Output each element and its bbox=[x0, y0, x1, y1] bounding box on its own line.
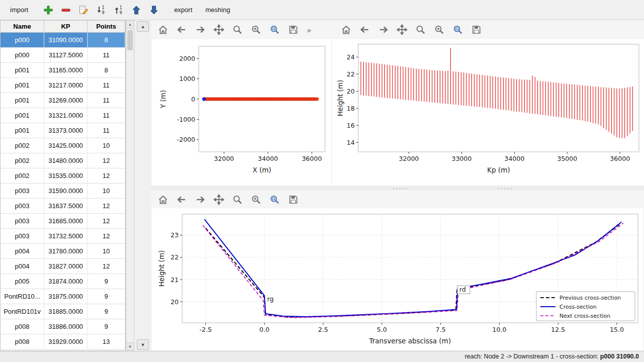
table-row[interactable]: p00531874.00009 bbox=[1, 274, 125, 289]
legend: Previous cross-sectionCross-sectionNext … bbox=[536, 292, 635, 321]
panel-scroll-up-button[interactable]: ▲ bbox=[137, 21, 149, 32]
zoom-button[interactable] bbox=[229, 22, 246, 37]
svg-text:21: 21 bbox=[171, 276, 179, 284]
forward-button[interactable] bbox=[192, 192, 208, 207]
table-row[interactable]: p00131321.000011 bbox=[1, 108, 125, 123]
export-button[interactable]: export bbox=[169, 4, 197, 16]
subplots-icon bbox=[434, 24, 445, 35]
pan-button[interactable] bbox=[211, 192, 227, 207]
cross-section-plot[interactable]: -2.50.02.55.07.510.012.515.0Transverse a… bbox=[152, 208, 643, 350]
remove-button[interactable] bbox=[58, 3, 74, 18]
back-button[interactable] bbox=[174, 192, 190, 207]
table-row[interactable]: p00231425.000010 bbox=[1, 138, 125, 153]
svg-text:23: 23 bbox=[171, 231, 179, 239]
app-toolbar: import 1919 export meshing bbox=[0, 0, 644, 20]
pan-button[interactable] bbox=[394, 22, 410, 37]
home-button[interactable] bbox=[155, 22, 171, 37]
zoom-button[interactable] bbox=[229, 192, 246, 207]
zoom-rect-button[interactable] bbox=[450, 22, 466, 37]
table-row[interactable]: PontRD101v31885.00009 bbox=[1, 304, 125, 319]
subplots-button[interactable] bbox=[248, 22, 264, 37]
subplots-button[interactable] bbox=[431, 22, 447, 37]
table-row[interactable]: p00331590.000010 bbox=[1, 184, 125, 199]
cell-kp: 31269.0000 bbox=[44, 93, 88, 108]
table-scrollbar[interactable]: ▲ ▼ bbox=[126, 20, 134, 351]
move-up-icon bbox=[131, 5, 142, 16]
column-header-points[interactable]: Points bbox=[88, 21, 125, 32]
add-button[interactable] bbox=[40, 3, 56, 18]
cell-points: 12 bbox=[88, 229, 125, 243]
cell-name: p008 bbox=[1, 319, 44, 334]
table-row[interactable]: p00331637.500012 bbox=[1, 199, 125, 214]
table-row[interactable]: p00431780.000010 bbox=[1, 244, 125, 259]
cell-name: p001 bbox=[1, 123, 44, 138]
home-button[interactable] bbox=[155, 192, 171, 207]
svg-text:1: 1 bbox=[102, 6, 105, 10]
cell-points: 9 bbox=[88, 304, 125, 319]
plots-area: » 320003400036000X (m)-2000-100001000200… bbox=[151, 20, 644, 351]
forward-button[interactable] bbox=[375, 22, 391, 37]
table-row[interactable]: p00331732.500012 bbox=[1, 229, 125, 244]
scroll-up-button[interactable]: ▲ bbox=[126, 21, 134, 29]
column-header-kp[interactable]: KP bbox=[44, 21, 88, 32]
table-row[interactable]: p00131217.000011 bbox=[1, 78, 125, 93]
svg-text:34000: 34000 bbox=[258, 155, 278, 162]
y-axis-label: Y (m) bbox=[159, 90, 167, 109]
table-row[interactable]: p00131373.000011 bbox=[1, 123, 125, 138]
table-row[interactable]: p00031127.500011 bbox=[1, 48, 125, 63]
save-button[interactable] bbox=[285, 22, 301, 37]
home-icon bbox=[157, 194, 169, 205]
save-button[interactable] bbox=[285, 192, 301, 207]
status-text: reach: Node 2 -> Downstream 1 - cross-se… bbox=[465, 353, 600, 360]
move-up-button[interactable] bbox=[128, 3, 144, 18]
plan-view-plot[interactable]: 320003400036000X (m)-2000-1000010002000Y… bbox=[152, 39, 331, 185]
zoom-icon bbox=[232, 194, 243, 205]
cell-name: p001 bbox=[1, 78, 44, 93]
cell-name: p008 bbox=[1, 334, 44, 349]
table-row[interactable]: p00131269.000011 bbox=[1, 93, 125, 108]
splitter-dots: ····· bbox=[497, 185, 513, 192]
pan-button[interactable] bbox=[211, 22, 227, 37]
column-header-name[interactable]: Name bbox=[1, 21, 44, 32]
zoom-rect-button[interactable] bbox=[267, 192, 283, 207]
table-row[interactable]: p00131165.00008 bbox=[1, 63, 125, 78]
zoom-button[interactable] bbox=[413, 22, 429, 37]
cell-kp: 31885.0000 bbox=[44, 304, 88, 319]
forward-button[interactable] bbox=[192, 22, 208, 37]
subplots-button[interactable] bbox=[248, 192, 264, 207]
meshing-button[interactable]: meshing bbox=[200, 4, 235, 16]
save-button[interactable] bbox=[468, 22, 485, 37]
move-down-button[interactable] bbox=[146, 3, 162, 18]
sort-desc-button[interactable]: 19 bbox=[111, 3, 127, 18]
splitter-handle[interactable]: ····· ····· bbox=[151, 186, 644, 190]
cell-name: p005 bbox=[1, 274, 44, 289]
table-row[interactable]: p00831886.00009 bbox=[1, 319, 125, 334]
import-button[interactable]: import bbox=[5, 4, 33, 16]
table-row[interactable]: p00231535.000012 bbox=[1, 168, 125, 184]
table-row[interactable]: PontRD10...31875.00009 bbox=[1, 289, 125, 304]
table-row[interactable]: p00231480.000012 bbox=[1, 153, 125, 168]
forward-icon bbox=[378, 24, 389, 35]
home-button[interactable] bbox=[338, 22, 354, 37]
cell-name: p001 bbox=[1, 93, 44, 108]
table-row[interactable]: p00431827.000012 bbox=[1, 259, 125, 274]
table-row[interactable]: p00031090.00008 bbox=[1, 33, 125, 48]
back-button[interactable] bbox=[174, 22, 190, 37]
move-down-icon bbox=[148, 5, 159, 16]
table-row[interactable]: p00831929.000013 bbox=[1, 334, 125, 349]
longitudinal-profile-plot[interactable]: 3200033000340003500036000Kp (m)141618202… bbox=[332, 39, 644, 185]
zoom-rect-button[interactable] bbox=[267, 22, 283, 37]
status-bar: reach: Node 2 -> Downstream 1 - cross-se… bbox=[0, 351, 644, 362]
scroll-down-button[interactable]: ▼ bbox=[126, 342, 134, 350]
panel-scrollbar[interactable]: ▲ ▼ bbox=[137, 21, 149, 350]
sort-asc-button[interactable]: 19 bbox=[93, 3, 109, 18]
edit-button[interactable] bbox=[75, 3, 92, 18]
toolbar-overflow-chevron[interactable]: » bbox=[307, 26, 311, 34]
table-row[interactable]: p00331685.000012 bbox=[1, 214, 125, 229]
scrollbar-thumb[interactable] bbox=[127, 30, 133, 50]
svg-text:1000: 1000 bbox=[179, 75, 195, 82]
table-header: Name KP Points bbox=[1, 21, 125, 33]
panel-scroll-down-button[interactable]: ▼ bbox=[137, 339, 149, 350]
cell-kp: 31875.0000 bbox=[44, 289, 88, 304]
back-button[interactable] bbox=[357, 22, 373, 37]
